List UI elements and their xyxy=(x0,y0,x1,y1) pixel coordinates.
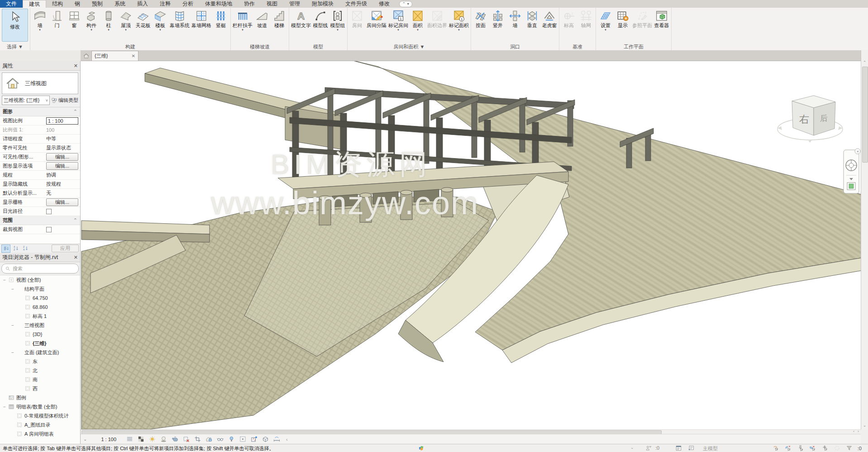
property-row[interactable]: 范围 xyxy=(0,216,80,225)
panel-label[interactable]: 房间和面积 ▼ xyxy=(348,43,470,50)
workplane-set-button[interactable]: 设置 ▾ xyxy=(597,8,614,31)
model-group-button[interactable]: 模型组 ▾ xyxy=(329,8,346,31)
sort-param-icon[interactable] xyxy=(1,245,10,253)
area-button[interactable]: 面积 ▾ xyxy=(409,8,426,31)
crop-view[interactable] xyxy=(181,435,191,444)
expand-collapse-icon[interactable]: − xyxy=(2,278,7,283)
drawing-area[interactable]: 右 后 ✕ BIM资源网 www.bimzyw.com xyxy=(81,61,861,429)
property-row[interactable]: 默认分析显示... 无 xyxy=(0,189,80,198)
roof-button[interactable]: 屋顶 ▾ xyxy=(117,8,134,31)
apply-button[interactable]: 应用 xyxy=(52,245,79,252)
column-button[interactable]: 柱 ▾ xyxy=(100,8,117,31)
property-row[interactable]: 显示栅格 编辑... xyxy=(0,198,80,207)
scroll-right-icon[interactable]: › xyxy=(858,429,859,434)
property-row[interactable]: 详细程度 中等 xyxy=(0,135,80,144)
panel-label[interactable]: 工作平面 xyxy=(597,43,670,50)
tab-analyze[interactable]: 分析 xyxy=(176,0,199,8)
selection-filter-button[interactable] xyxy=(845,444,854,452)
search-input[interactable]: 搜索 xyxy=(1,264,79,274)
tree-item[interactable]: − 视图 (全部) xyxy=(0,275,80,284)
floor-button[interactable]: 楼板 ▾ xyxy=(152,8,169,31)
tree-item[interactable]: 东 xyxy=(0,357,80,366)
railing-button[interactable]: 栏杆扶手 ▾ xyxy=(232,8,253,31)
window-button[interactable]: 窗 xyxy=(66,8,83,31)
lock-3d-view[interactable] xyxy=(204,435,213,444)
panel-label[interactable]: 楼梯坡道 xyxy=(232,43,288,50)
tree-item[interactable]: − 三维视图 xyxy=(0,321,80,330)
scrollbar-thumb[interactable] xyxy=(862,67,868,163)
scroll-down-icon[interactable]: ⌄ xyxy=(861,422,868,428)
tag-room-button[interactable]: 1 标记房间 ▾ xyxy=(387,8,409,31)
property-row[interactable]: 视图比例 1 : 100 xyxy=(0,116,80,125)
tree-item[interactable]: 南 xyxy=(0,375,80,384)
tree-item[interactable]: 图例 xyxy=(0,393,80,402)
expand-collapse-icon[interactable]: − xyxy=(2,404,7,409)
viewer-button[interactable]: 查看器 xyxy=(653,8,670,31)
panel-label[interactable]: 洞口 xyxy=(472,43,558,50)
tab-collaborate[interactable]: 协作 xyxy=(238,0,261,8)
close-icon[interactable]: ✕ xyxy=(74,63,78,69)
door-button[interactable]: 门 xyxy=(48,8,66,31)
tab-structure[interactable]: 结构 xyxy=(46,0,69,8)
tab-architecture[interactable]: 建筑 xyxy=(23,0,46,8)
active-workset-panel-icon[interactable] xyxy=(674,444,682,452)
room-separator-button[interactable]: 房间分隔 xyxy=(366,8,387,31)
shadows[interactable] xyxy=(159,435,168,444)
model-line-button[interactable]: 模型线 xyxy=(312,8,329,31)
grid-button[interactable]: 轴网 xyxy=(577,8,595,31)
property-row[interactable]: 显示隐藏线 按规程 xyxy=(0,180,80,189)
sort-az-icon[interactable]: AZ xyxy=(12,245,20,252)
tab-addins[interactable]: 附加模块 xyxy=(306,0,339,8)
view-scale-button[interactable]: 1 : 100 xyxy=(101,437,116,442)
workplane-show-button[interactable]: 显示 xyxy=(614,8,631,31)
panel-label[interactable]: 基准 xyxy=(560,43,595,50)
tab-steel[interactable]: 钢 xyxy=(69,0,86,8)
tab-view[interactable]: 视图 xyxy=(261,0,283,8)
type-selector[interactable]: 三维视图 xyxy=(2,72,78,94)
tab-modify[interactable]: 修改 xyxy=(373,0,396,8)
area-boundary-button[interactable]: 面积边界 xyxy=(426,8,448,31)
property-row[interactable]: 比例值 1: 100 xyxy=(0,125,80,135)
tab-precast[interactable]: 预制 xyxy=(86,0,109,8)
component-button[interactable]: 构件 ▾ xyxy=(83,8,100,31)
background-processes-indicator[interactable] xyxy=(833,444,841,452)
sort-za-icon[interactable]: ZA xyxy=(21,245,29,252)
modify-button[interactable]: 修改 xyxy=(2,9,28,42)
model-text-button[interactable]: A 模型文字 xyxy=(290,8,312,31)
tree-item[interactable]: − 立面 (建筑立面) xyxy=(0,348,80,357)
property-row[interactable]: 可见性/图形... 编辑... xyxy=(0,153,80,162)
bim-communicator-icon[interactable] xyxy=(417,444,425,452)
reveal-constraints[interactable] xyxy=(238,435,247,444)
level-button[interactable]: .1 标高 xyxy=(560,8,577,31)
show-rendering-dialog[interactable] xyxy=(170,435,179,444)
property-row[interactable]: 图形显示选项 编辑... xyxy=(0,162,80,171)
select-by-face-toggle[interactable] xyxy=(809,444,817,452)
tree-item[interactable]: − 明细表/数量 (全部) xyxy=(0,402,80,411)
tab-manage[interactable]: 管理 xyxy=(283,0,306,8)
panel-label[interactable]: 模型 xyxy=(290,43,346,50)
curtain-grid-button[interactable]: 幕墙网格 xyxy=(191,8,212,31)
home-button[interactable] xyxy=(81,51,91,61)
chevron-down-icon[interactable]: ⌄ xyxy=(630,445,634,450)
vertical-scrollbar[interactable]: ⌃ ⌄ xyxy=(861,50,868,429)
tree-item[interactable]: A 房间明细表 xyxy=(0,429,80,438)
tree-item[interactable]: 0-常规模型体积统计 xyxy=(0,411,80,420)
sun-path[interactable] xyxy=(148,435,157,444)
tree-item[interactable]: 西 xyxy=(0,384,80,393)
person-workset-icon[interactable] xyxy=(644,444,653,452)
close-icon[interactable]: ✕ xyxy=(132,53,135,58)
mullion-button[interactable]: 竖梃 xyxy=(212,8,229,31)
tab-file[interactable]: 文件 xyxy=(0,0,23,8)
thin-lines-toggle[interactable] xyxy=(125,435,134,444)
room-button[interactable]: 房间 xyxy=(348,8,366,31)
select-links-toggle[interactable] xyxy=(772,444,780,452)
ramp-button[interactable]: 坡道 xyxy=(253,8,271,31)
section-box[interactable] xyxy=(261,435,270,444)
tab-massing-site[interactable]: 体量和场地 xyxy=(199,0,238,8)
property-row[interactable]: 零件可见性 显示原状态 xyxy=(0,144,80,153)
shaft-opening-button[interactable]: 竖井 xyxy=(489,8,506,31)
wall-button[interactable]: 墙 ▾ xyxy=(31,8,48,31)
scroll-up-icon[interactable]: ⌃ xyxy=(861,59,868,66)
expand-collapse-icon[interactable]: − xyxy=(10,287,15,292)
panel-label[interactable]: 构建 xyxy=(31,43,229,50)
